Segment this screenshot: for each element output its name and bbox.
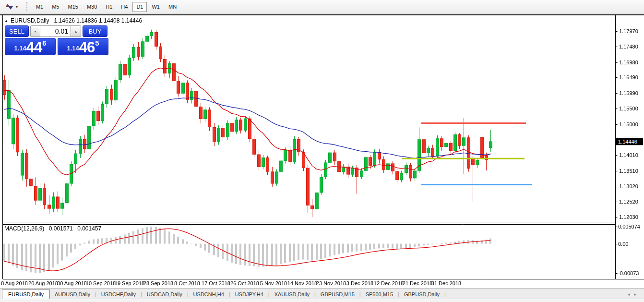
chart-tab-usdcad-daily[interactable]: USDCAD,Daily [142,290,187,299]
chart-tab-gbpusd-daily[interactable]: GBPUSD,Daily [399,290,444,299]
chart-tab-bar: EURUSD,DailyAUDUSD,Daily|USDCHF,Daily|US… [0,288,644,299]
macd-tick-label: -0.00873 [618,270,639,276]
sell-price-pip: 6 [42,39,46,47]
chart-title: ▲ EURUSD,Daily 1.14626 1.14836 1.14408 1… [4,17,142,24]
timeframe-button-m30[interactable]: M30 [83,2,101,12]
chart-tool-button[interactable]: ▼ [3,2,24,12]
date-tick-label: 19 Sep 2018 [115,280,144,286]
toolbar-separator [26,2,29,12]
chart-symbol-label: EURUSD,Daily [11,17,49,24]
macd-signal-value: 0.001457 [77,225,101,232]
buy-price-prefix: 1.14 [67,45,79,52]
buy-price-tile[interactable]: 1.14 46 5 [58,38,108,55]
date-tick-label: 30 Aug 2018 [57,280,87,286]
buy-price-pip: 5 [95,39,99,47]
date-tick-label: 26 Oct 2018 [230,280,259,286]
price-chart-canvas[interactable] [0,15,644,288]
date-tick-label: 28 Sep 2018 [143,280,173,286]
chart-ohlc-values: 1.14626 1.14836 1.14408 1.14446 [54,17,143,24]
price-tick-label: 1.17970 [619,28,638,34]
main-toolbar: ▼ M1M5M15M30H1H4D1W1MN [0,0,644,14]
sell-price-main: 44 [26,41,42,54]
double-arrow-icon [5,3,13,11]
date-tick-label: 17 Oct 2018 [202,280,230,286]
price-tick-label: 1.17480 [619,44,638,49]
price-tick-label: 1.16490 [619,74,638,80]
date-tick-label: 21 Dec 2018 [403,280,432,286]
volume-decrease-button[interactable]: ▼ [30,25,40,37]
timeframe-button-m1[interactable]: M1 [32,2,47,12]
sell-price-tile[interactable]: 1.14 44 6 [5,38,56,55]
date-tick-label: 31 Dec 2018 [431,280,461,286]
symbol-expander-icon[interactable]: ▲ [4,19,8,23]
tab-scroll-left-icon[interactable]: ◄ [627,292,633,297]
chart-tab-gbpusd-m15[interactable]: GBPUSD,M15 [316,290,359,299]
price-tick-label: 1.12030 [619,214,638,220]
one-click-trade-panel: SELL ▼ ▲ BUY 1.14 44 6 1.14 46 5 [5,25,108,55]
price-tick-label: 1.12520 [619,199,638,205]
tab-scroll-arrows[interactable]: ◄► [627,292,640,297]
date-tick-label: 14 Nov 2018 [287,280,317,286]
price-tick-label: 1.15000 [619,121,638,127]
price-tick-label: 1.13020 [619,183,638,189]
date-tick-label: 12 Dec 2018 [374,280,404,286]
timeframe-button-h1[interactable]: H1 [102,2,116,12]
date-tick-label: 3 Dec 2018 [346,280,373,286]
timeframe-button-w1[interactable]: W1 [148,2,164,12]
price-tick-label: 1.15500 [619,106,638,111]
chart-tab-usdchf-daily[interactable]: USDCHF,Daily [96,290,141,299]
timeframe-button-mn[interactable]: MN [165,2,180,12]
buy-button[interactable]: BUY [83,25,107,37]
date-tick-label: 10 Sep 2018 [86,280,116,286]
timeframe-button-m5[interactable]: M5 [48,2,63,12]
chart-tab-usdcnh-h4[interactable]: USDCNH,H4 [189,290,229,299]
volume-increase-button[interactable]: ▲ [71,25,81,37]
sell-price-prefix: 1.14 [14,45,26,52]
current-price-badge: 1.14446 [616,138,643,145]
timeframe-button-d1[interactable]: D1 [132,2,147,12]
chart-tab-audusd-daily[interactable]: AUDUSD,Daily [50,290,95,299]
price-tick-label: 1.13510 [619,168,638,174]
timeframe-button-m15[interactable]: M15 [64,2,82,12]
chart-tab-sp500-m15[interactable]: SP500,M15 [361,290,398,299]
macd-tick-label: 0.005074 [618,224,640,230]
date-tick-label: 8 Oct 2018 [174,280,200,286]
timeframe-button-h4[interactable]: H4 [117,2,131,12]
chart-tab-xauusd-daily[interactable]: XAUUSD,Daily [270,290,314,299]
buy-price-main: 46 [79,41,95,54]
price-tick-label: 1.14010 [619,152,638,158]
macd-tick-label: 0.00 [618,241,628,247]
price-tick-label: 1.16980 [619,60,638,65]
tab-separator: | [444,291,446,299]
chart-window: ▲ EURUSD,Daily 1.14626 1.14836 1.14408 1… [0,15,644,288]
date-tick-label: 23 Nov 2018 [316,280,346,286]
chart-tab-eurusd-daily[interactable]: EURUSD,Daily [2,290,50,299]
tab-scroll-right-icon[interactable]: ► [633,292,640,297]
sell-button[interactable]: SELL [5,25,29,37]
chart-tab-usdjpy-h4[interactable]: USDJPY,H4 [230,290,268,299]
date-tick-label: 8 Aug 2018 [1,280,28,286]
volume-input[interactable] [40,25,71,37]
dropdown-caret-icon[interactable]: ▼ [15,5,19,9]
status-strip [0,299,644,302]
date-tick-label: 20 Aug 2018 [28,280,58,286]
macd-value: 0.001571 [49,225,73,232]
date-tick-label: 5 Nov 2018 [260,280,287,286]
price-tick-label: 1.15990 [619,90,638,96]
macd-indicator-label: MACD(12,26,9) 0.001571 0.001457 [4,225,101,232]
